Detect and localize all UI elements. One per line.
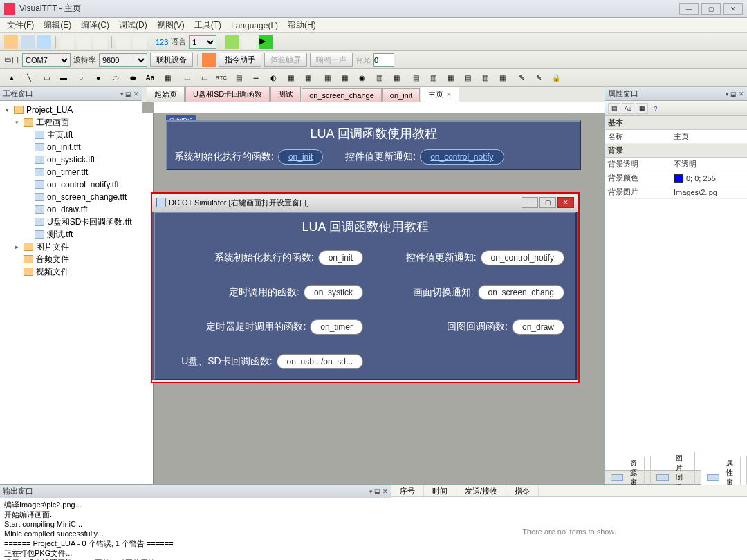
maximize-button[interactable]: ▢ xyxy=(701,3,721,15)
prop-row-name[interactable]: 名称主页 xyxy=(605,130,747,144)
menu-language[interactable]: Language(L) xyxy=(227,19,282,32)
sim-button-notify[interactable]: on_control_notify xyxy=(481,250,564,265)
progress-widget-icon[interactable]: ▤ xyxy=(231,71,246,85)
tree-file[interactable]: on_timer.tft xyxy=(47,166,88,178)
backlight-input[interactable] xyxy=(374,53,394,67)
col-cmd[interactable]: 指令 xyxy=(506,485,539,496)
anim-widget-icon[interactable]: ▦ xyxy=(283,71,298,85)
rtc-widget-icon[interactable]: RTC xyxy=(214,71,229,85)
align-left-icon[interactable]: ▤ xyxy=(408,71,423,85)
play-icon[interactable]: ▶ xyxy=(259,35,273,49)
line-icon[interactable]: ╲ xyxy=(21,71,37,85)
ellipse-outline-icon[interactable]: ⬭ xyxy=(108,71,123,85)
sim-button-usbsd[interactable]: on_usb.../on_sd... xyxy=(277,354,363,369)
tree-folder[interactable]: 工程画面 xyxy=(36,116,69,129)
pin-icon[interactable]: ▾ ⬓ ✕ xyxy=(120,91,139,97)
expand-icon[interactable]: ▸ xyxy=(15,241,22,253)
baud-select[interactable]: 9600 xyxy=(99,53,147,67)
run-icon[interactable] xyxy=(225,35,239,49)
col-num[interactable]: 序号 xyxy=(391,485,424,496)
new-icon[interactable] xyxy=(4,35,18,49)
ellipse-fill-icon[interactable]: ⬬ xyxy=(125,71,140,85)
align-right-icon[interactable]: ▦ xyxy=(443,71,458,85)
prop-row-bgcolor[interactable]: 背景颜色0; 0; 255 xyxy=(605,171,747,185)
sim-button-init[interactable]: on_init xyxy=(318,250,363,265)
cat-icon[interactable]: ▤ xyxy=(608,103,620,114)
align-middle-icon[interactable]: ▥ xyxy=(477,71,492,85)
paint-icon[interactable]: ✎ xyxy=(531,71,546,85)
align-top-icon[interactable]: ▤ xyxy=(460,71,475,85)
menu-edit[interactable]: 编辑(E) xyxy=(39,18,75,32)
sim-button-timer[interactable]: on_timer xyxy=(310,319,363,335)
text-icon[interactable]: Aa xyxy=(142,71,158,85)
lang-select[interactable]: 1 xyxy=(189,35,216,49)
cmd-helper-button[interactable]: 指令助手 xyxy=(219,53,261,67)
tab-home[interactable]: 主页✕ xyxy=(421,87,459,102)
col-time[interactable]: 时间 xyxy=(424,485,456,496)
minimize-button[interactable]: — xyxy=(679,3,699,15)
paste-icon[interactable] xyxy=(93,35,107,49)
tree-folder[interactable]: 音频文件 xyxy=(36,253,69,265)
tab-screen-change[interactable]: on_screen_change xyxy=(302,88,382,102)
slider-widget-icon[interactable]: ═ xyxy=(248,71,264,85)
lock-icon[interactable]: 🔒 xyxy=(548,71,564,85)
align-center-icon[interactable]: ▥ xyxy=(425,71,441,85)
sim-close-button[interactable]: ✕ xyxy=(557,197,574,208)
tab-start[interactable]: 起始页 xyxy=(147,87,185,102)
tab-init[interactable]: on_init xyxy=(382,88,420,102)
open-icon[interactable] xyxy=(21,35,35,49)
simulator-window[interactable]: DCIOT Simulator [右键画面打开设置窗口] — ▢ ✕ LUA 回… xyxy=(151,192,580,383)
project-tree[interactable]: ▾Project_LUA ▾工程画面 主页.tft on_init.tft on… xyxy=(0,101,142,484)
sim-button-systick[interactable]: on_systick xyxy=(304,285,363,300)
undo-icon[interactable] xyxy=(116,35,130,49)
circle-outline-icon[interactable]: ○ xyxy=(73,71,89,85)
sim-maximize-button[interactable]: ▢ xyxy=(540,197,556,208)
simulator-titlebar[interactable]: DCIOT Simulator [右键画面打开设置窗口] — ▢ ✕ xyxy=(152,194,578,212)
widget-d-icon[interactable]: ▥ xyxy=(371,71,387,85)
tree-file[interactable]: 测试.tft xyxy=(47,228,73,241)
tree-file[interactable]: on_init.tft xyxy=(47,141,81,153)
output-log[interactable]: 编译Images\pic2.png... 开始编译画面... Start com… xyxy=(0,498,391,560)
tree-file[interactable]: 主页.tft xyxy=(47,129,73,141)
menu-debug[interactable]: 调试(D) xyxy=(115,18,151,32)
close-icon[interactable]: ✕ xyxy=(446,91,452,98)
align-bottom-icon[interactable]: ▦ xyxy=(495,71,510,85)
expand-icon[interactable]: ▾ xyxy=(6,104,12,116)
rect-outline-icon[interactable]: ▭ xyxy=(39,71,54,85)
tree-file[interactable]: on_draw.tft xyxy=(47,203,88,216)
widget-b-icon[interactable]: ▦ xyxy=(337,71,352,85)
cut-icon[interactable] xyxy=(60,35,74,49)
sim-button-screen[interactable]: on_screen_chang xyxy=(478,285,564,300)
tab-test[interactable]: 测试 xyxy=(270,87,301,102)
tree-folder[interactable]: 图片文件 xyxy=(36,241,69,253)
prop-row-opacity[interactable]: 背景透明不透明 xyxy=(605,158,747,171)
sim-minimize-button[interactable]: — xyxy=(522,197,538,208)
button-widget-icon[interactable]: ▭ xyxy=(179,71,194,85)
tree-file[interactable]: on_screen_change.tft xyxy=(47,191,127,203)
pointer-icon[interactable]: ▲ xyxy=(4,71,19,85)
widget-e-icon[interactable]: ▦ xyxy=(389,71,404,85)
canvas-button-init[interactable]: on_init xyxy=(278,149,323,165)
tree-root[interactable]: Project_LUA xyxy=(26,104,73,116)
expand-icon[interactable]: ▾ xyxy=(15,116,22,129)
image-icon[interactable]: ▦ xyxy=(160,71,175,85)
menu-file[interactable]: 文件(F) xyxy=(3,18,38,32)
col-dir[interactable]: 发送/接收 xyxy=(456,485,506,496)
brush-icon[interactable]: ✎ xyxy=(514,71,529,85)
close-button[interactable]: ✕ xyxy=(723,3,743,15)
menu-compile[interactable]: 编译(C) xyxy=(77,18,113,32)
graph-widget-icon[interactable]: ▦ xyxy=(300,71,315,85)
connect-button[interactable]: 联机设备 xyxy=(150,53,193,67)
menu-view[interactable]: 视图(V) xyxy=(153,18,189,32)
expand-icon[interactable]: ▦ xyxy=(636,103,648,114)
tree-file[interactable]: U盘和SD卡回调函数.tft xyxy=(47,216,132,228)
sort-icon[interactable]: A↓ xyxy=(622,103,634,114)
copy-icon[interactable] xyxy=(77,35,91,49)
tab-usbsd[interactable]: U盘和SD卡回调函数 xyxy=(185,87,270,102)
canvas-button-notify[interactable]: on_control_notify xyxy=(420,149,504,165)
menu-tools[interactable]: 工具(T) xyxy=(190,18,225,32)
widget-c-icon[interactable]: ◉ xyxy=(354,71,369,85)
sim-button-draw[interactable]: on_draw xyxy=(512,319,564,335)
stop-icon[interactable] xyxy=(242,35,256,49)
design-canvas[interactable]: LUA 回调函数使用教程 系统初始化执行的函数: on_init 控件值更新通知… xyxy=(166,120,581,170)
